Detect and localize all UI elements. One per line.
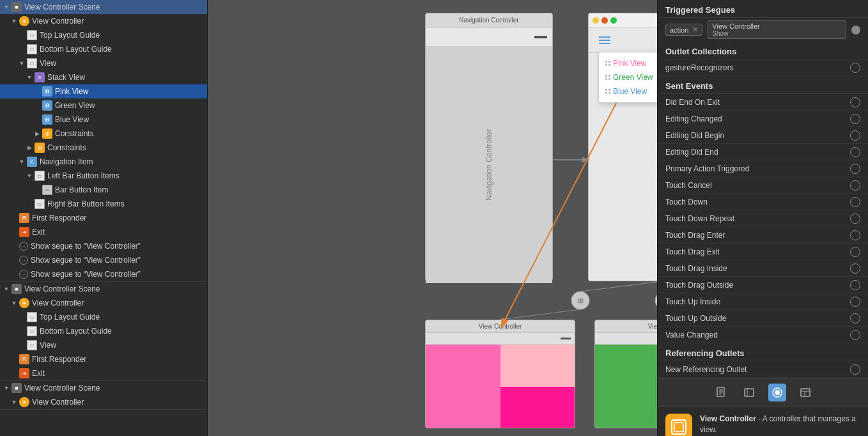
sent-event-circle-0[interactable] — [850, 97, 860, 107]
tree-item-bv1[interactable]: B Blue View — [0, 113, 207, 127]
tree-item-sv1[interactable]: ▼ ≡ Stack View — [0, 70, 207, 84]
sent-event-circle-5[interactable] — [850, 180, 860, 191]
toggle-scene-3[interactable]: ▼ — [3, 384, 10, 392]
sent-event-circle-8[interactable] — [850, 230, 860, 240]
sent-event-circle-4[interactable] — [850, 164, 860, 174]
toggle-tlg1 — [18, 31, 26, 39]
svg-point-1 — [571, 292, 589, 309]
sent-event-circle-1[interactable] — [850, 114, 860, 124]
sent-event-circle-6[interactable] — [850, 197, 860, 207]
hamburger-line-3 — [599, 43, 610, 44]
toggle-bv1 — [33, 116, 41, 123]
toolbar-doc-icon[interactable] — [712, 384, 730, 401]
desc-vc-icon — [665, 414, 692, 436]
sent-event-circle-2[interactable] — [850, 130, 860, 141]
sent-event-circle-13[interactable] — [850, 313, 860, 323]
toggle-c2[interactable]: ▶ — [26, 144, 33, 152]
tree-item-c2[interactable]: ▶ ⊞ Constraints — [0, 141, 207, 155]
bottom-vc-green-title: View Controller — [595, 320, 657, 333]
iphone-nav-bar — [589, 27, 657, 53]
sent-event-circle-7[interactable] — [850, 214, 860, 224]
sent-event-circle-3[interactable] — [850, 147, 860, 157]
tree-item-tlg1[interactable]: □ Top Layout Guide — [0, 28, 207, 42]
tree-item-vc2[interactable]: ▼ ● View Controller — [0, 296, 207, 310]
toggle-lbbi[interactable]: ▼ — [26, 172, 33, 180]
tree-item-vc3[interactable]: ▼ ● View Controller — [0, 395, 207, 409]
sent-event-circle-11[interactable] — [850, 280, 860, 290]
tree-item-blg1[interactable]: □ Bottom Layout Guide — [0, 42, 207, 56]
toggle-blg2 — [18, 327, 26, 335]
tree-item-seg2[interactable]: → Show segue to “View Controller” — [0, 253, 207, 267]
scene-header-3[interactable]: ▼ ■ View Controller Scene — [0, 381, 207, 395]
tree-section-2: ▼ ■ View Controller Scene ▼ ● View Contr… — [0, 282, 207, 381]
tree-item-tlg2[interactable]: □ Top Layout Guide — [0, 310, 207, 324]
hamburger-line-1 — [599, 36, 610, 38]
tree-item-gv1[interactable]: B Green View — [0, 98, 207, 113]
bottom-vc-green: View Controller — [594, 320, 657, 428]
nav-controller-body: Navigation Controller — [426, 47, 552, 283]
sent-event-3: Editing Did End — [658, 144, 868, 160]
tree-item-c1[interactable]: ▶ ⊞ Constraints — [0, 127, 207, 141]
toggle-sv1[interactable]: ▼ — [26, 74, 33, 81]
tree-item-vc1[interactable]: ▼ ● View Controller — [0, 14, 207, 28]
popup-item-pink: Pink View — [599, 56, 657, 70]
toolbar-circle-icon[interactable] — [768, 384, 786, 401]
referencing-outlet-label: New Referencing Outlet — [665, 365, 850, 374]
tree-item-view1[interactable]: ▼ □ View — [0, 56, 207, 70]
tree-item-rbbi[interactable]: ▭ Right Bar Button Items — [0, 197, 207, 211]
tree-item-seg3[interactable]: → Show segue to “View Controller” — [0, 267, 207, 281]
svg-text:⊞: ⊞ — [578, 297, 584, 304]
toggle-vc3[interactable]: ▼ — [10, 398, 18, 406]
tree-item-pv1[interactable]: B Pink View — [0, 84, 207, 98]
tree-item-ex2[interactable]: ⇥ Exit — [0, 366, 207, 380]
blg1-label: Bottom Layout Guide — [40, 45, 112, 54]
sent-event-circle-12[interactable] — [850, 297, 860, 307]
bottom-vc-pink-bar — [561, 338, 571, 339]
sent-event-11: Touch Drag Outside — [658, 277, 868, 293]
toggle-vc2[interactable]: ▼ — [10, 299, 18, 307]
toggle-ni1[interactable]: ▼ — [18, 158, 26, 166]
toggle-bbi — [33, 186, 41, 194]
segue-icon-1: → — [19, 242, 28, 251]
toggle-scene-2[interactable]: ▼ — [3, 285, 10, 293]
toggle-c1[interactable]: ▶ — [33, 130, 41, 137]
scene-header-2[interactable]: ▼ ■ View Controller Scene — [0, 282, 207, 296]
toggle-view1[interactable]: ▼ — [18, 59, 26, 67]
tree-item-bbi[interactable]: ═ Bar Button Item — [0, 183, 207, 197]
sent-event-circle-14[interactable] — [850, 330, 860, 340]
segue-icon-3: → — [19, 270, 28, 279]
svg-point-3 — [655, 292, 657, 309]
tree-item-seg1[interactable]: → Show segue to “View Controller” — [0, 239, 207, 253]
scene-header-1[interactable]: ▼ ■ View Controller Scene — [0, 0, 207, 14]
sent-event-circle-9[interactable] — [850, 247, 860, 257]
toggle-tlg2 — [18, 313, 26, 321]
toolbar-code-icon[interactable] — [740, 384, 758, 401]
toggle-vc1[interactable]: ▼ — [10, 17, 18, 25]
sv1-label: Stack View — [47, 73, 85, 82]
b-icon-pink: B — [42, 86, 52, 97]
tree-item-fr2[interactable]: R First Responder — [0, 352, 207, 366]
tree-item-blg2[interactable]: □ Bottom Layout Guide — [0, 324, 207, 338]
outlet-circle[interactable] — [850, 63, 860, 73]
toolbar-table-icon[interactable] — [796, 384, 814, 401]
view-icon-2: □ — [27, 340, 37, 350]
tree-item-lbbi[interactable]: ▼ ▭ Left Bar Button Items — [0, 169, 207, 183]
referencing-outlet-circle[interactable] — [850, 364, 860, 375]
toggle-scene-1[interactable]: ▼ — [3, 3, 10, 11]
popup-dots-pink — [605, 61, 610, 66]
sent-event-6: Touch Down — [658, 194, 868, 210]
sent-event-circle-10[interactable] — [850, 263, 860, 274]
bottom-vc-green-nav — [595, 333, 657, 345]
view1-label: View — [40, 59, 56, 68]
dot-red — [601, 17, 608, 24]
segue-circle-btn[interactable] — [851, 26, 860, 35]
tree-item-ni1[interactable]: ▼ K Navigation Item — [0, 155, 207, 169]
action-badge-close[interactable]: ✕ — [692, 26, 698, 34]
tree-item-view2[interactable]: □ View — [0, 338, 207, 352]
sent-events-header: Sent Events — [658, 76, 868, 94]
tree-item-ex1[interactable]: ⇥ Exit — [0, 225, 207, 239]
action-badge[interactable]: action ✕ — [665, 24, 702, 36]
sent-event-14: Value Changed — [658, 327, 868, 343]
tree-item-fr1[interactable]: R First Responder — [0, 211, 207, 225]
sent-event-0: Did End On Exit — [658, 94, 868, 111]
